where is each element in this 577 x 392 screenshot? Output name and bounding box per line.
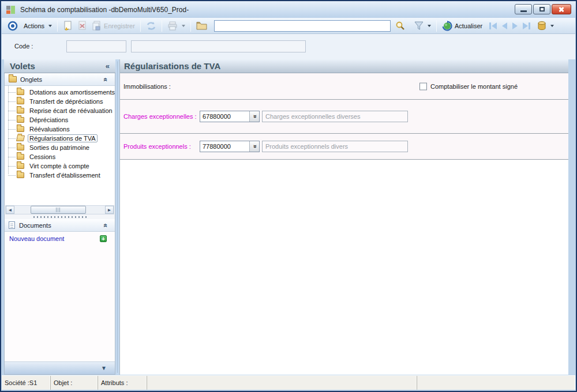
filter-caret-icon bbox=[428, 25, 431, 27]
tree-empty-area bbox=[5, 180, 115, 205]
folder-icon bbox=[17, 108, 24, 114]
collapse-section-icon[interactable]: « bbox=[102, 223, 110, 227]
application-window: Schéma de comptabilisation -dbDemoMultiV… bbox=[0, 0, 577, 392]
nav-last-button[interactable] bbox=[523, 22, 530, 29]
immobilisations-label: Immobilisations : bbox=[123, 83, 171, 90]
panel-splitter-handle[interactable] bbox=[5, 214, 115, 219]
nav-next-button[interactable] bbox=[512, 22, 518, 29]
separator bbox=[190, 20, 191, 32]
actions-label: Actions bbox=[24, 22, 44, 29]
tree-item-label: Dotations aux amortissements bbox=[28, 88, 117, 96]
immobilisations-row: Immobilisations : Comptabiliser le monta… bbox=[120, 73, 568, 100]
scrollbar-track[interactable] bbox=[14, 206, 105, 214]
actions-caret-icon bbox=[48, 25, 52, 27]
nav-previous-button[interactable] bbox=[502, 22, 507, 29]
produits-combo-dropdown-button[interactable]: « bbox=[249, 141, 259, 152]
new-document-link[interactable]: Nouveau document bbox=[9, 235, 64, 242]
folder-icon bbox=[17, 89, 24, 95]
open-folder-button[interactable] bbox=[194, 20, 209, 31]
tree-item-label: Réévaluations bbox=[28, 125, 72, 133]
tree-item-4[interactable]: Dépréciations bbox=[5, 115, 115, 125]
volets-title: Volets bbox=[10, 61, 35, 71]
refresh-label: Actualiser bbox=[455, 22, 482, 29]
statusbar-societe: Société :S1 bbox=[2, 376, 51, 390]
tree-item-label: Sorties du patrimoine bbox=[28, 144, 91, 152]
tree-item-label: Dépréciations bbox=[28, 116, 70, 124]
tree-item-10[interactable]: Transfert d'établissement bbox=[5, 171, 115, 180]
documents-section-header[interactable]: Documents « bbox=[5, 219, 115, 232]
code-description-input[interactable] bbox=[131, 40, 306, 52]
collapse-panel-icon[interactable]: « bbox=[106, 62, 110, 70]
separator bbox=[162, 20, 162, 32]
print-button[interactable] bbox=[165, 20, 188, 32]
search-input[interactable] bbox=[214, 20, 391, 32]
folder-icon bbox=[196, 21, 207, 30]
comptabiliser-checkbox-label: Comptabiliser le montant signé bbox=[430, 83, 518, 90]
charges-description-field: Charges exceptionnelles diverses bbox=[262, 111, 408, 122]
new-button[interactable] bbox=[61, 20, 75, 32]
statusbar-attributs: Attributs : bbox=[98, 376, 147, 390]
charges-account-combo[interactable]: 67880000 « bbox=[200, 111, 260, 122]
tree-item-8[interactable]: Cessions bbox=[5, 152, 115, 161]
toolbar: Actions Enregistrer bbox=[2, 18, 575, 34]
tree-item-9[interactable]: Virt compte à compte bbox=[5, 161, 115, 171]
code-row: Code : bbox=[2, 34, 575, 59]
minimize-icon bbox=[520, 10, 527, 12]
scroll-left-icon[interactable]: ◄ bbox=[6, 206, 14, 214]
folder-icon bbox=[17, 145, 24, 150]
tree-horizontal-scrollbar[interactable]: ◄ ► bbox=[5, 205, 114, 214]
produits-account-combo[interactable]: 77880000 « bbox=[200, 141, 260, 152]
tree-item-label: Transfert d'établissement bbox=[28, 171, 102, 179]
database-button[interactable] bbox=[535, 20, 556, 32]
onglets-section-header[interactable]: Onglets « bbox=[5, 73, 115, 86]
scrollbar-thumb[interactable] bbox=[31, 206, 86, 214]
save-button[interactable]: Enregistrer bbox=[89, 20, 137, 32]
tree-item-5[interactable]: Réévaluations bbox=[5, 125, 115, 134]
refresh-data-button[interactable]: Actualiser bbox=[440, 20, 485, 32]
combo-chevron-icon: « bbox=[251, 115, 258, 118]
folder-icon bbox=[17, 163, 24, 169]
tree-item-6[interactable]: Régularisations de TVA bbox=[5, 134, 115, 143]
tree-item-label: Transfert de dépréciations bbox=[28, 97, 104, 105]
tree-item-2[interactable]: Transfert de dépréciations bbox=[5, 97, 115, 106]
scroll-right-icon[interactable]: ► bbox=[105, 206, 114, 214]
charges-combo-dropdown-button[interactable]: « bbox=[249, 111, 259, 122]
actualiser-icon bbox=[442, 21, 452, 31]
database-caret-icon bbox=[550, 25, 554, 27]
tree-item-7[interactable]: Sorties du patrimoine bbox=[5, 143, 115, 152]
statusbar-spacer bbox=[147, 376, 417, 390]
filter-icon bbox=[414, 21, 424, 30]
delete-button[interactable] bbox=[75, 20, 89, 32]
tree-item-label: Régularisations de TVA bbox=[28, 134, 98, 142]
save-label: Enregistrer bbox=[104, 22, 135, 29]
produits-description-field: Produits exceptionnels divers bbox=[262, 141, 408, 152]
print-caret-icon bbox=[182, 25, 185, 27]
comptabiliser-checkbox[interactable] bbox=[419, 82, 427, 90]
delete-icon bbox=[77, 21, 87, 31]
add-document-icon[interactable]: + bbox=[100, 235, 107, 242]
actions-button[interactable]: Actions bbox=[21, 21, 54, 31]
charges-account-value: 67880000 bbox=[200, 111, 249, 122]
onglets-tree: Dotations aux amortissementsTransfert de… bbox=[5, 86, 115, 180]
restore-button[interactable] bbox=[533, 4, 550, 14]
restore-icon bbox=[539, 7, 545, 12]
collapse-section-icon[interactable]: « bbox=[102, 77, 110, 81]
tree-item-label: Cessions bbox=[28, 153, 57, 161]
window-title: Schéma de comptabilisation -dbDemoMultiV… bbox=[20, 6, 189, 14]
close-button[interactable] bbox=[552, 4, 571, 14]
documents-label: Documents bbox=[19, 222, 51, 229]
main-empty-area bbox=[120, 160, 568, 375]
sidebar-main-splitter[interactable] bbox=[115, 59, 119, 375]
filter-button[interactable] bbox=[412, 20, 433, 31]
code-label: Code : bbox=[14, 43, 33, 50]
nav-first-button[interactable] bbox=[489, 22, 497, 29]
target-icon[interactable] bbox=[8, 21, 18, 31]
minimize-button[interactable] bbox=[515, 4, 532, 14]
tree-item-1[interactable]: Dotations aux amortissements bbox=[5, 88, 115, 97]
scroll-down-panel-icon[interactable]: ▼ bbox=[101, 365, 107, 371]
open-folder-icon bbox=[16, 135, 25, 141]
search-button[interactable] bbox=[393, 20, 407, 32]
refresh-button[interactable] bbox=[144, 20, 159, 32]
code-input[interactable] bbox=[66, 40, 126, 52]
tree-item-3[interactable]: Reprise écart de réévaluation bbox=[5, 106, 115, 115]
